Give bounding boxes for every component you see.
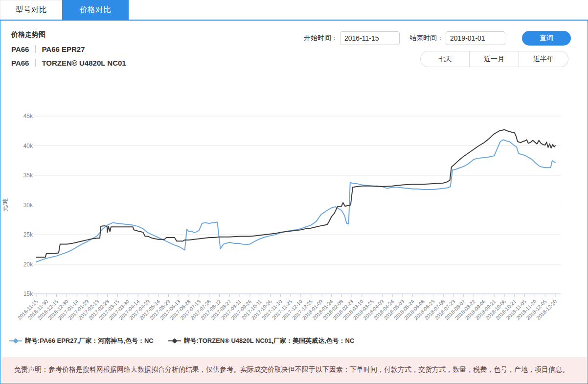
end-date-input[interactable] <box>446 31 505 45</box>
date-controls: 开始时间： 结束时间： 查询 <box>304 31 571 46</box>
tab-bar: 型号对比 价格对比 <box>0 0 588 20</box>
series-line-0 <box>36 140 555 262</box>
y-axis-label: 45k <box>23 113 33 120</box>
y-axis-label: 25k <box>23 231 33 238</box>
legend-marker-icon <box>168 339 181 343</box>
start-time-label: 开始时间： <box>304 34 338 43</box>
product-name: TORZEN® U4820L NC01 <box>42 59 126 67</box>
range-button-2[interactable]: 近半年 <box>519 51 568 67</box>
y-axis-title: 元/吨 <box>2 198 9 212</box>
y-axis-label: 40k <box>23 143 33 149</box>
y-axis-label: 20k <box>23 261 33 268</box>
range-button-1[interactable]: 近一月 <box>470 51 519 67</box>
tab-model-compare[interactable]: 型号对比 <box>0 0 62 20</box>
y-axis-label: 15k <box>23 290 33 297</box>
product-category: PA66 <box>11 59 29 67</box>
product-row: PA66TORZEN® U4820L NC01 <box>11 56 126 70</box>
price-compare-panel: 价格走势图 PA66PA66 EPR27PA66TORZEN® U4820L N… <box>0 20 588 384</box>
price-trend-chart-svg: 45k40k35k30k25k20k15k元/吨2016-11-152016-1… <box>0 77 587 344</box>
quick-range-group: 七天近一月近半年 <box>420 51 568 67</box>
divider <box>35 45 36 53</box>
page-title: 价格走势图 <box>11 30 45 39</box>
disclaimer-text: 免责声明：参考价格是搜料网根据网络大数据拟合分析的结果，仅供参考。实际成交价取决… <box>1 365 569 374</box>
tab-price-compare[interactable]: 价格对比 <box>62 0 129 20</box>
start-date-input[interactable] <box>340 31 400 45</box>
divider <box>35 59 36 67</box>
series-line-1 <box>36 130 555 257</box>
query-button[interactable]: 查询 <box>522 31 571 46</box>
y-axis-label: 30k <box>23 202 33 209</box>
price-comparison-page: 型号对比 价格对比 价格走势图 PA66PA66 EPR27PA66TORZEN… <box>0 0 588 384</box>
product-name: PA66 EPR27 <box>42 45 85 53</box>
legend-marker-icon <box>9 339 22 343</box>
legend-item-0[interactable]: 牌号:PA66 EPR27,厂家：河南神马,色号：NC <box>9 336 154 345</box>
product-list: PA66PA66 EPR27PA66TORZEN® U4820L NC01 <box>11 42 126 70</box>
legend-label: 牌号:TORZEN® U4820L NC01,厂家：美国英威达,色号：NC <box>184 336 355 345</box>
y-axis-label: 35k <box>23 172 33 179</box>
price-trend-chart: 45k40k35k30k25k20k15k元/吨2016-11-152016-1… <box>0 77 587 344</box>
range-button-0[interactable]: 七天 <box>420 51 470 67</box>
end-time-label: 结束时间： <box>409 34 444 43</box>
product-category: PA66 <box>11 45 29 53</box>
legend-item-1[interactable]: 牌号:TORZEN® U4820L NC01,厂家：美国英威达,色号：NC <box>168 336 355 345</box>
product-row: PA66PA66 EPR27 <box>11 42 126 56</box>
disclaimer-bar: 免责声明：参考价格是搜料网根据网络大数据拟合分析的结果，仅供参考。实际成交价取决… <box>1 357 587 383</box>
legend-label: 牌号:PA66 EPR27,厂家：河南神马,色号：NC <box>25 336 154 345</box>
chart-legend: 牌号:PA66 EPR27,厂家：河南神马,色号：NC牌号:TORZEN® U4… <box>9 336 354 345</box>
